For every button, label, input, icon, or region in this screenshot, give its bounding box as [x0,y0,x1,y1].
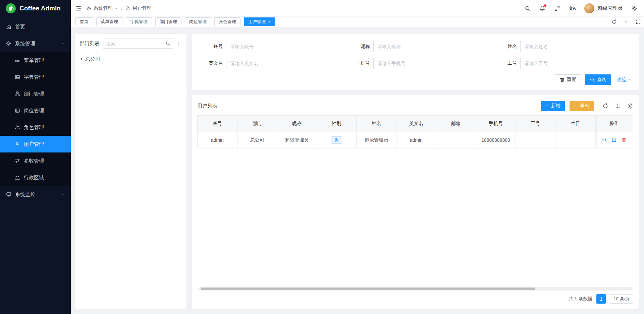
department-search-input[interactable] [103,39,163,49]
org-tree-icon [15,91,20,97]
tab-dept-management[interactable]: 部门管理 [155,17,181,26]
app-logo[interactable]: Coffee Admin [0,0,71,16]
breadcrumb: 系统管理 / 用户管理 [86,5,151,11]
menu-fold-icon [75,5,82,11]
sidebar-item-system-monitor[interactable]: 系统监控 [0,186,71,203]
download-icon [574,104,578,108]
refresh-table-button[interactable] [602,103,608,109]
column-settings-button[interactable] [627,103,633,109]
tab-user-management[interactable]: 用户管理 × [244,17,275,26]
sidebar-item-dict-management[interactable]: 字典管理 [0,69,71,85]
gear-icon [6,41,11,46]
coffee-logo-icon [5,3,16,14]
account-input[interactable] [226,41,337,52]
content-fullscreen-button[interactable] [632,16,644,27]
density-icon [615,103,621,109]
col-header-dept: 部门 [237,116,277,132]
tab-close-icon[interactable]: × [268,19,271,24]
col-header-nickname: 昵称 [277,116,317,132]
page-size-select[interactable]: 10 条/页 [610,294,633,304]
delete-button[interactable] [621,137,627,142]
job-no-input[interactable] [520,58,631,69]
user-name: 超级管理员 [597,5,623,11]
phone-input[interactable] [373,58,484,69]
settings-button[interactable] [631,5,637,11]
col-header-job-no: 工号 [516,116,555,132]
chevron-up-icon [61,42,65,46]
sidebar-item-admin-region[interactable]: 行政区域 [0,169,71,186]
department-panel-header: 部门列表 [79,39,182,49]
avatar [584,3,594,13]
page-button-1[interactable]: 1 [596,294,606,304]
monitor-icon [6,192,11,197]
filter-field-name: 姓名 [493,41,631,52]
edit-button[interactable] [611,137,617,142]
nickname-input[interactable] [373,41,484,52]
sidebar-item-post-management[interactable]: 岗位管理 [0,102,71,119]
view-button[interactable] [602,137,607,142]
col-header-email: 邮箱 [436,116,476,132]
refresh-tab-button[interactable] [608,16,620,27]
tab-options-button[interactable] [620,16,632,27]
sidebar-item-home[interactable]: 首页 [0,18,71,35]
filter-field-phone: 手机号 [346,58,484,69]
global-search-button[interactable] [525,5,531,11]
caret-right-icon[interactable] [81,58,83,60]
notification-button[interactable] [539,5,545,11]
density-button[interactable] [615,103,621,109]
table-empty-space [197,148,633,287]
reset-label: 重置 [567,77,576,83]
user-list-header: 用户列表 新增 导出 [197,99,633,113]
tab-label: 首页 [80,19,89,25]
name-input[interactable] [520,41,631,52]
sidebar-item-role-management[interactable]: 角色管理 [0,119,71,136]
tab-post-management[interactable]: 岗位管理 [185,17,211,26]
sidebar-item-label: 行政区域 [24,175,44,181]
search-icon [590,77,595,82]
filter-field-nickname: 昵称 [346,41,484,52]
sidebar-item-label: 用户管理 [24,141,44,147]
user-menu[interactable]: 超级管理员 [584,3,623,13]
department-more-button[interactable] [174,41,182,46]
tab-label: 用户管理 [248,19,266,25]
query-button[interactable]: 查询 [585,74,611,85]
department-tree: 总公司 [79,54,182,64]
sidebar-item-system-management[interactable]: 系统管理 [0,35,71,52]
sidebar-item-dept-management[interactable]: 部门管理 [0,85,71,102]
sidebar-item-user-management[interactable]: 用户管理 [0,136,71,152]
horizontal-scrollbar-thumb[interactable] [201,288,535,290]
row-operations [602,137,627,142]
collapse-sidebar-button[interactable] [75,5,82,11]
tree-node-label: 总公司 [85,56,100,62]
cell-nickname: 超级管理员 [277,132,317,148]
query-label: 查询 [597,77,606,83]
refresh-icon [611,19,617,24]
view-icon [602,137,607,142]
user-list-card: 用户列表 新增 导出 [192,95,639,309]
breadcrumb-user-management[interactable]: 用户管理 [132,5,151,11]
tab-menu-management[interactable]: 菜单管理 [96,17,122,26]
cell-job-no [516,132,555,148]
tab-dict-management[interactable]: 字典管理 [126,17,152,26]
collapse-filter-link[interactable]: 收起 [616,77,631,83]
table-tools [602,103,633,109]
add-user-button[interactable]: 新增 [541,101,565,111]
sidebar-item-menu-management[interactable]: 菜单管理 [0,52,71,69]
english-name-input[interactable] [226,58,337,69]
col-header-name: 姓名 [357,116,396,132]
department-search-button[interactable] [163,39,173,49]
reset-button[interactable]: 重置 [555,74,581,85]
sidebar-item-param-management[interactable]: 参数管理 [0,152,71,169]
language-switch-button[interactable]: 文A [569,5,576,11]
tab-role-management[interactable]: 角色管理 [214,17,240,26]
tree-node-head-office[interactable]: 总公司 [79,54,182,64]
tab-home[interactable]: 首页 [75,17,93,26]
system-management-submenu: 菜单管理 字典管理 部门管理 岗位管理 角色管理 [0,52,71,186]
gear-icon [86,6,92,11]
expand-icon [636,19,641,24]
top-header: 系统管理 / 用户管理 文A [71,0,644,16]
reset-icon [559,77,565,82]
export-button[interactable]: 导出 [570,101,594,111]
breadcrumb-system-management[interactable]: 系统管理 [94,5,112,11]
fullscreen-button[interactable] [554,5,560,11]
